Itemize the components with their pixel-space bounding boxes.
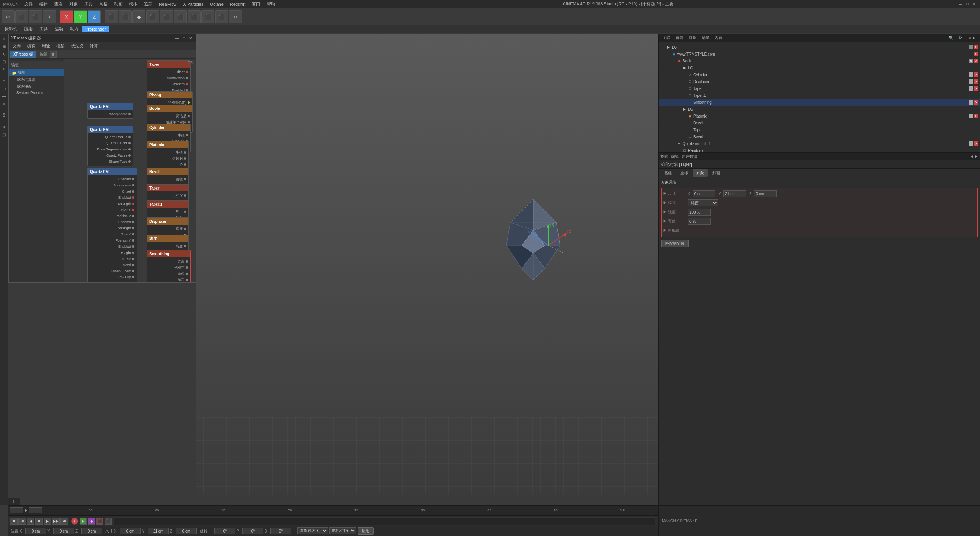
xp-tree-item-syspreset[interactable]: 系统预设: [9, 83, 64, 90]
btn-play[interactable]: ▶: [44, 518, 51, 525]
menu-view[interactable]: 查看: [51, 0, 66, 8]
sidebar-icon-s[interactable]: S: [1, 112, 8, 119]
menu-help[interactable]: 帮助: [264, 0, 278, 8]
tree-row-bevel2[interactable]: □ Bevel: [659, 133, 980, 140]
tree-x-lg1[interactable]: ✕: [974, 45, 978, 49]
tree-row-taper1[interactable]: □ Taper.1: [659, 92, 980, 99]
btn-motion[interactable]: ◆: [88, 518, 95, 525]
tree-row-cylinder[interactable]: ○ Cylinder ✕: [659, 71, 980, 78]
menu-simulate[interactable]: 模拟: [126, 0, 140, 8]
tree-x-trmstyle[interactable]: ✕: [974, 52, 978, 56]
bottom-pos-y[interactable]: [53, 528, 74, 534]
sidebar-icon-point[interactable]: •: [1, 100, 8, 107]
menu-xparticles[interactable]: X-Particles: [180, 1, 206, 7]
xp-menu-edit[interactable]: 编辑: [25, 42, 38, 50]
menu-file[interactable]: 文件: [21, 0, 36, 8]
sidebar-icon-select[interactable]: ⊡: [1, 58, 8, 65]
menu-animate2[interactable]: 运动: [52, 25, 66, 33]
maximize-btn[interactable]: □: [965, 2, 970, 7]
node-quartz-fm1[interactable]: Quartz FM Phong Angle: [87, 103, 133, 119]
tree-x-smoothing[interactable]: ✕: [974, 100, 978, 105]
btn-preview[interactable]: ⬛: [96, 518, 103, 525]
node-quartz-fm3[interactable]: Quartz FM Enabled Subdivision Offset Ena…: [87, 168, 137, 282]
tree-row-platonic[interactable]: ◆ Platonic ✕: [659, 113, 980, 119]
bottom-size-y[interactable]: [148, 528, 169, 534]
bottom-size-z[interactable]: [176, 528, 197, 534]
sidebar-icon-paint[interactable]: ✎: [1, 66, 8, 73]
sidebar-icon-snap[interactable]: ⊕: [1, 123, 8, 130]
tool10[interactable]: ⬛: [188, 10, 201, 23]
menu-camera[interactable]: 摄影机: [2, 25, 20, 33]
menu-prorender[interactable]: ProRender: [82, 26, 109, 32]
axis-x-btn[interactable]: X: [60, 10, 73, 23]
menu-render[interactable]: 渲染: [21, 25, 36, 33]
tree-row-trmstyle[interactable]: ◆ www.TRMSTYLE.com ✕: [659, 51, 980, 57]
tab-cover[interactable]: 封面: [709, 169, 724, 177]
tool1[interactable]: ⬛: [15, 10, 28, 23]
xp-menu-file[interactable]: 文件: [10, 42, 23, 50]
axis-z-btn[interactable]: Z: [88, 10, 101, 23]
tool9[interactable]: ⬛: [174, 10, 187, 23]
node-smoothing[interactable]: Smoothing 光滑 光滑主 迭代 确定: [147, 250, 191, 282]
tree-row-bevel1[interactable]: □ Bevel: [659, 119, 980, 126]
menu-dynamics[interactable]: 动力: [67, 25, 82, 33]
tab-coord[interactable]: 坐标: [676, 169, 692, 177]
btn-play-back[interactable]: ◀: [27, 518, 34, 525]
menu-octane[interactable]: Octane: [207, 1, 226, 7]
menu-edit[interactable]: 编辑: [36, 0, 51, 8]
tree-x-quartz[interactable]: ✕: [974, 141, 978, 146]
tree-row-lg2[interactable]: ▶ LG: [659, 64, 980, 71]
props-size-x-input[interactable]: [693, 190, 715, 197]
bottom-size-x[interactable]: [120, 528, 141, 534]
minimize-btn[interactable]: —: [958, 2, 963, 7]
collapse-icon[interactable]: ⟳: [191, 60, 194, 64]
tree-x-disp[interactable]: ✕: [974, 79, 978, 84]
rp-btn-5[interactable]: 内容: [712, 34, 725, 41]
sidebar-icon-edge[interactable]: —: [1, 93, 8, 100]
menu-redshift[interactable]: Redshift: [227, 1, 248, 7]
tree-row-displacer[interactable]: □ Displacer ✕: [659, 78, 980, 85]
btn-next-key[interactable]: ⏭: [60, 518, 68, 525]
rp-btn-2[interactable]: 首选: [673, 34, 686, 41]
menu-track[interactable]: 追踪: [141, 0, 155, 8]
tree-row-boole1[interactable]: ◆ Boole ✕ ✕: [659, 57, 980, 64]
tool5[interactable]: ⬛: [119, 10, 132, 23]
sidebar-icon-scale[interactable]: ⊞: [1, 43, 8, 50]
tree-row-taper2[interactable]: □ Taper: [659, 126, 980, 133]
btn-play-anim[interactable]: ▶: [80, 518, 87, 525]
sidebar-icon-poly[interactable]: ◻: [1, 85, 8, 92]
tab-basic[interactable]: 基础: [660, 169, 676, 177]
node-quartz-fm2[interactable]: Quartz FM Quartz Radius Quartz Height Bo…: [87, 126, 133, 166]
bottom-mode-select[interactable]: 对象 (相对▼): [297, 527, 328, 534]
tree-x-taper[interactable]: ✕: [974, 86, 978, 91]
timeline-track[interactable]: [113, 517, 655, 525]
props-arrows[interactable]: ◄ ►: [970, 154, 978, 159]
rp-btn-3[interactable]: 对象: [686, 34, 699, 41]
xp-menu-use[interactable]: 用途: [39, 42, 52, 50]
rp-btn-1[interactable]: 关联: [660, 34, 673, 41]
sidebar-icon-object[interactable]: ○: [1, 77, 8, 84]
sidebar-icon-rotate[interactable]: ↻: [1, 51, 8, 57]
tool6[interactable]: ◆: [132, 10, 145, 23]
close-btn[interactable]: ✕: [972, 2, 977, 7]
menu-object[interactable]: 对象: [66, 0, 81, 8]
tool11[interactable]: ⬛: [201, 10, 214, 23]
rp-btn-4[interactable]: 场景: [699, 34, 712, 41]
menu-window[interactable]: 窗口: [249, 0, 263, 8]
bottom-pos-x[interactable]: [25, 528, 46, 534]
tool7[interactable]: ⬛: [146, 10, 159, 23]
rp-arrows[interactable]: ◄ ►: [965, 35, 978, 41]
tree-x-cyl[interactable]: ✕: [974, 72, 978, 77]
xp-tree-item-sysop[interactable]: 系统运算器: [9, 76, 64, 83]
bottom-rot-b[interactable]: [270, 528, 291, 534]
menu-animate[interactable]: 动画: [111, 0, 126, 8]
sidebar-icon-deformer[interactable]: ⬚: [1, 131, 8, 138]
bottom-apply-btn[interactable]: 应用: [358, 527, 374, 535]
btn-record[interactable]: ⏺: [10, 518, 18, 525]
node-taper-top[interactable]: Taper Offset Subdivision Strength Enable…: [147, 60, 191, 95]
tree-row-taper[interactable]: □ Taper ✕: [659, 85, 980, 92]
tool2[interactable]: ⬛: [29, 10, 42, 23]
tree-row-smoothing[interactable]: □ Smoothing ✕: [659, 99, 980, 106]
axis-y-btn[interactable]: Y: [74, 10, 87, 23]
rp-settings-icon[interactable]: ⚙: [956, 35, 964, 41]
